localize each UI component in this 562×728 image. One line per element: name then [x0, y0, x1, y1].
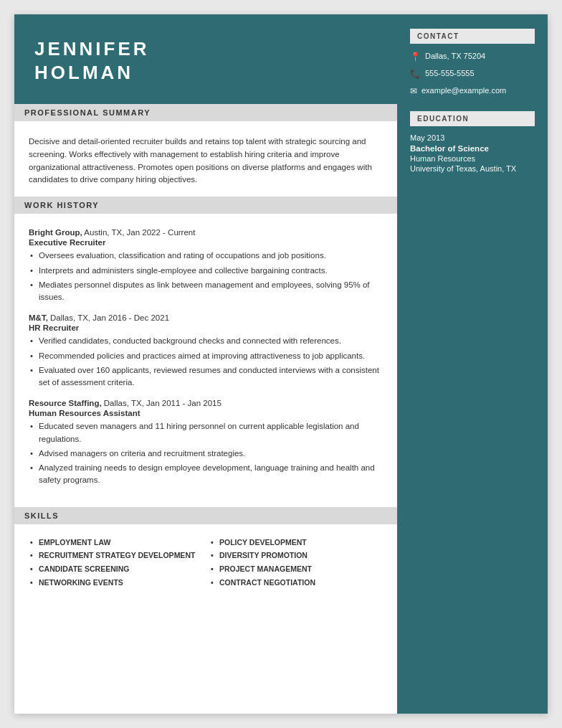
location-dates-2: Dallas, TX, Jan 2016 - Dec 2021 — [48, 313, 169, 322]
skill-5: CANDIDATE SCREENING — [29, 564, 202, 575]
role-1: Executive Recruiter — [29, 238, 383, 247]
education-section-header: EDUCATION — [410, 111, 535, 126]
company-1: Bright Group, — [29, 228, 82, 237]
edu-degree: Bachelor of Science — [410, 144, 535, 153]
edu-date: May 2013 — [410, 133, 535, 142]
summary-section: Decisive and detail-oriented recruiter b… — [14, 128, 397, 197]
summary-section-header: PROFESSIONAL SUMMARY — [14, 104, 397, 121]
bullet-3-3: Analyzed training needs to design employ… — [29, 462, 383, 487]
bullets-2: Verified candidates, conducted backgroun… — [29, 335, 383, 389]
location-dates-1: Austin, TX, Jan 2022 - Current — [82, 228, 196, 237]
job-entry-1: Bright Group, Austin, TX, Jan 2022 - Cur… — [29, 228, 383, 303]
contact-email: ✉ example@example.com — [410, 85, 535, 98]
first-name: JENNIFER — [34, 38, 150, 60]
work-history-section-header: WORK HISTORY — [14, 197, 397, 214]
job-title-line-1: Bright Group, Austin, TX, Jan 2022 - Cur… — [29, 228, 383, 237]
phone-text: 555-555-5555 — [425, 68, 475, 79]
contact-section-header: CONTACT — [410, 29, 535, 44]
work-history-section: Bright Group, Austin, TX, Jan 2022 - Cur… — [14, 221, 397, 506]
bullet-2-1: Verified candidates, conducted backgroun… — [29, 335, 383, 347]
left-column: JENNIFER HOLMAN PROFESSIONAL SUMMARY Dec… — [14, 14, 397, 714]
edu-school: University of Texas, Austin, TX — [410, 164, 535, 173]
skill-8: CONTRACT NEGOTIATION — [209, 577, 383, 588]
skill-7: NETWORKING EVENTS — [29, 577, 202, 588]
company-2: M&T, — [29, 313, 48, 322]
last-name: HOLMAN — [34, 62, 133, 83]
email-text: example@example.com — [422, 85, 506, 96]
contact-phone: 📞 555-555-5555 — [410, 68, 535, 80]
job-title-line-3: Resource Staffing, Dallas, TX, Jan 2011 … — [29, 399, 383, 407]
bullets-1: Oversees evaluation, classification and … — [29, 250, 383, 303]
bullet-2-2: Recommended policies and practices aimed… — [29, 350, 383, 362]
skill-3: RECRUITMENT STRATEGY DEVELOPMENT — [29, 550, 202, 561]
name-line1: JENNIFER HOLMAN — [34, 37, 377, 84]
bullet-1-3: Mediates personnel disputes as link betw… — [29, 279, 383, 304]
skill-4: DIVERSITY PROMOTION — [209, 550, 383, 561]
bullet-1-1: Oversees evaluation, classification and … — [29, 250, 383, 262]
bullet-1-2: Interprets and administers single-employ… — [29, 265, 383, 277]
skill-1: EMPLOYMENT LAW — [29, 537, 202, 548]
job-entry-3: Resource Staffing, Dallas, TX, Jan 2011 … — [29, 399, 383, 486]
bullet-3-2: Advised managers on criteria and recruit… — [29, 448, 383, 460]
skill-6: PROJECT MANAGEMENT — [209, 564, 383, 575]
job-title-line-2: M&T, Dallas, TX, Jan 2016 - Dec 2021 — [29, 313, 383, 322]
contact-section: CONTACT 📍 Dallas, TX 75204 📞 555-555-555… — [410, 29, 535, 97]
location-icon: 📍 — [410, 51, 421, 63]
job-entry-2: M&T, Dallas, TX, Jan 2016 - Dec 2021 HR … — [29, 313, 383, 389]
skill-2: POLICY DEVELOPMENT — [209, 537, 383, 548]
role-2: HR Recruiter — [29, 323, 383, 332]
phone-icon: 📞 — [410, 68, 421, 80]
education-section: EDUCATION May 2013 Bachelor of Science H… — [410, 111, 535, 173]
resume-wrapper: JENNIFER HOLMAN PROFESSIONAL SUMMARY Dec… — [14, 14, 548, 714]
bullets-3: Educated seven managers and 11 hiring pe… — [29, 420, 383, 486]
edu-field: Human Resources — [410, 154, 535, 163]
right-column: CONTACT 📍 Dallas, TX 75204 📞 555-555-555… — [397, 14, 548, 714]
summary-text: Decisive and detail-oriented recruiter b… — [29, 136, 383, 186]
location-dates-3: Dallas, TX, Jan 2011 - Jan 2015 — [102, 399, 222, 407]
address-text: Dallas, TX 75204 — [425, 51, 485, 62]
role-3: Human Resources Assistant — [29, 409, 383, 417]
header-block: JENNIFER HOLMAN — [14, 14, 397, 104]
email-icon: ✉ — [410, 85, 417, 98]
skills-section-header: SKILLS — [14, 507, 397, 524]
company-3: Resource Staffing, — [29, 399, 102, 407]
contact-address: 📍 Dallas, TX 75204 — [410, 51, 535, 63]
skills-grid: EMPLOYMENT LAW POLICY DEVELOPMENT RECRUI… — [14, 531, 397, 600]
bullet-3-1: Educated seven managers and 11 hiring pe… — [29, 420, 383, 445]
bullet-2-3: Evaluated over 160 applicants, reviewed … — [29, 364, 383, 389]
